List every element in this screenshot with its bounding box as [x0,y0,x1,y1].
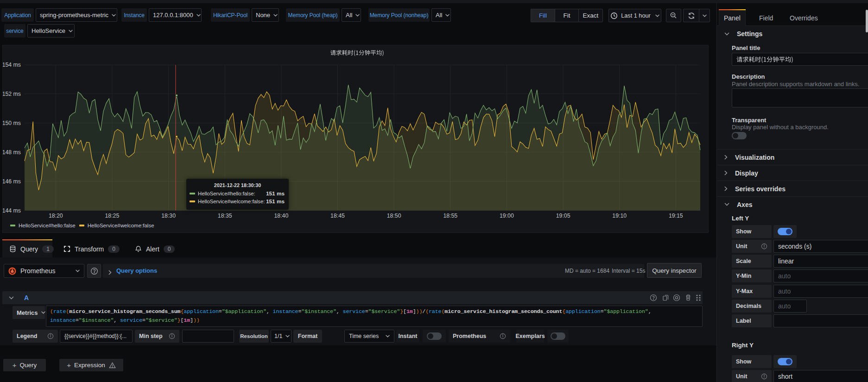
svg-text:19:05: 19:05 [556,213,570,219]
svg-text:152 ms: 152 ms [3,91,21,97]
svg-text:18:55: 18:55 [443,213,457,219]
svg-text:18:40: 18:40 [274,213,289,219]
svg-text:148 ms: 148 ms [3,149,21,156]
svg-text:18:50: 18:50 [387,213,401,219]
svg-text:19:10: 19:10 [612,213,627,219]
svg-text:144 ms: 144 ms [3,207,21,214]
svg-text:19:00: 19:00 [500,213,514,219]
svg-text:18:25: 18:25 [105,213,120,219]
svg-text:18:20: 18:20 [49,213,63,219]
svg-text:154 ms: 154 ms [3,62,21,68]
svg-text:18:35: 18:35 [218,213,232,219]
svg-text:150 ms: 150 ms [3,120,21,126]
svg-text:18:45: 18:45 [330,213,345,219]
svg-text:146 ms: 146 ms [3,178,21,185]
svg-text:19:15: 19:15 [669,213,683,219]
svg-text:18:30: 18:30 [161,213,176,219]
